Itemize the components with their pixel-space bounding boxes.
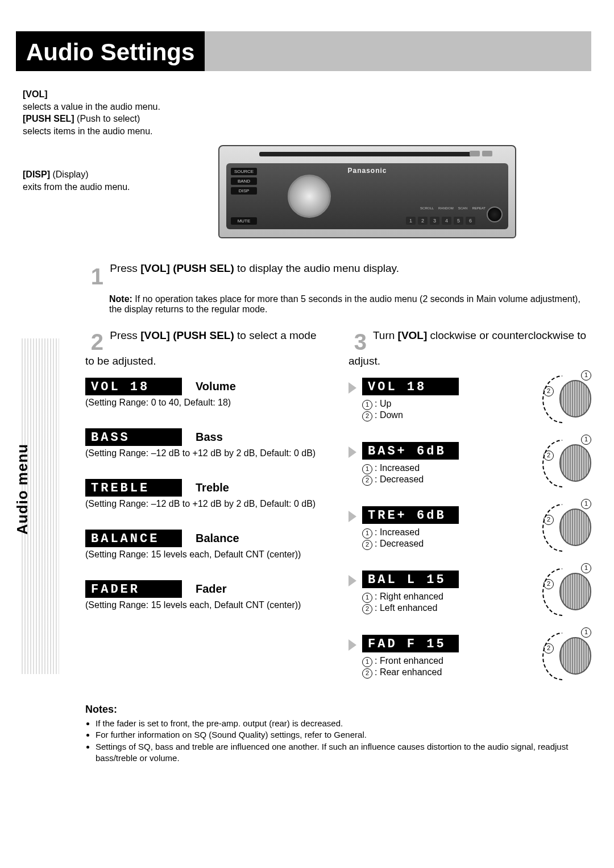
- load-button-icon: [470, 151, 480, 156]
- circle-1-icon: 1: [362, 528, 372, 539]
- title-bass: Bass: [196, 431, 223, 444]
- note-item: Settings of SQ, bass and treble are infl…: [96, 741, 591, 764]
- arrow-icon: [349, 575, 356, 586]
- preset-5: 5: [454, 217, 463, 225]
- arrow-icon: [349, 639, 356, 651]
- range-bass: (Setting Range: –12 dB to +12 dB by 2 dB…: [85, 448, 328, 458]
- knob-diagram-icon: 12: [546, 635, 591, 676]
- step-1-number: 1: [85, 261, 103, 292]
- lcd-balance: BALANCE: [85, 530, 182, 547]
- lcd-adj-bass: BAS+ 6dB: [362, 442, 459, 460]
- settings-modes-column: VOL 18 Volume (Setting Range: 0 to 40, D…: [85, 378, 328, 699]
- circle-1-icon: 1: [362, 657, 372, 667]
- title-bar: Audio Settings: [16, 31, 591, 71]
- adjust-treble: TRE+ 6dB 1: Increased 2: Decreased 12: [349, 506, 591, 550]
- band-button: BAND: [231, 177, 257, 185]
- vol-control-description: [VOL] selects a value in the audio menu.…: [23, 88, 171, 193]
- scroll-label: SCROLL: [420, 206, 434, 210]
- pushsel-desc: selects items in the audio menu.: [23, 125, 171, 138]
- volume-knob-icon: [288, 175, 331, 218]
- note-item: For further information on SQ (Sound Qua…: [96, 729, 591, 741]
- range-balance: (Setting Range: 15 levels each, Default …: [85, 549, 328, 560]
- title-treble: Treble: [196, 481, 229, 494]
- adjust-fader: FAD F 15 1: Front enhanced 2: Rear enhan…: [349, 635, 591, 679]
- preset-row: 1 2 3 4 5 6: [406, 217, 475, 225]
- step-3: 3 Turn [VOL] clockwise or counterclockwi…: [349, 329, 591, 367]
- title-balance: Balance: [196, 532, 239, 545]
- step-1-note: Note: If no operation takes place for mo…: [109, 294, 591, 315]
- step-1: 1 Press [VOL] (PUSH SEL) to display the …: [85, 261, 591, 292]
- lcd-adj-treble: TRE+ 6dB: [362, 506, 459, 524]
- lcd-bass: BASS: [85, 428, 182, 446]
- range-treble: (Setting Range: –12 dB to +12 dB by 2 dB…: [85, 499, 328, 509]
- notes-section: Notes: If the fader is set to front, the…: [85, 704, 591, 764]
- disp-button: DISP: [231, 187, 257, 195]
- circle-1-icon: 1: [362, 400, 372, 410]
- preset-6: 6: [466, 217, 475, 225]
- arrow-icon: [349, 382, 356, 394]
- lcd-fader: FADER: [85, 580, 182, 598]
- notes-heading: Notes:: [85, 704, 591, 716]
- title-fader: Fader: [196, 582, 226, 596]
- arrow-icon: [349, 447, 356, 458]
- step-2-number: 2: [85, 329, 103, 355]
- circle-1-icon: 1: [362, 464, 372, 474]
- source-button: SOURCE: [231, 168, 257, 175]
- circle-2-icon: 2: [362, 411, 372, 421]
- circle-2-icon: 2: [362, 668, 372, 679]
- preset-1: 1: [406, 217, 416, 225]
- lcd-adj-balance: BAL L 15: [362, 571, 459, 588]
- preset-3: 3: [430, 217, 439, 225]
- title-volume: Volume: [196, 380, 236, 393]
- adjust-volume: VOL 18 1: Up 2: Down 12: [349, 378, 591, 421]
- circle-1-icon: 1: [362, 593, 372, 603]
- step-3-number: 3: [349, 329, 367, 355]
- aux-jack-icon: [487, 206, 503, 222]
- lcd-volume: VOL 18: [85, 378, 182, 395]
- mute-button: MUTE: [231, 217, 257, 225]
- stereo-illustration: Panasonic SOURCE BAND DISP MUTE SCROLL R…: [218, 145, 516, 238]
- page-title: Audio Settings: [16, 31, 205, 71]
- disp-desc: exits from the audio menu.: [23, 182, 130, 192]
- adjust-balance: BAL L 15 1: Right enhanced 2: Left enhan…: [349, 571, 591, 614]
- pushsel-after: (Push to select): [74, 114, 140, 123]
- circle-2-icon: 2: [362, 476, 372, 486]
- range-fader: (Setting Range: 15 levels each, Default …: [85, 600, 328, 610]
- setting-bass: BASS Bass (Setting Range: –12 dB to +12 …: [85, 428, 328, 458]
- knob-diagram-icon: 12: [546, 571, 591, 611]
- disp-label: [DISP]: [23, 170, 50, 179]
- scan-label: SCAN: [458, 206, 468, 210]
- stereo-left-buttons: SOURCE BAND DISP: [231, 168, 257, 195]
- preset-2: 2: [418, 217, 428, 225]
- cd-slot-icon: [259, 152, 475, 156]
- note-item: If the fader is set to front, the pre-am…: [96, 718, 591, 729]
- lcd-treble: TREBLE: [85, 479, 182, 497]
- eject-button-icon: [482, 151, 492, 156]
- knob-diagram-icon: 12: [546, 442, 591, 483]
- setting-fader: FADER Fader (Setting Range: 15 levels ea…: [85, 580, 328, 610]
- pushsel-label: [PUSH SEL]: [23, 114, 74, 123]
- setting-balance: BALANCE Balance (Setting Range: 15 level…: [85, 530, 328, 560]
- random-label: RANDOM: [438, 206, 454, 210]
- adjust-bass: BAS+ 6dB 1: Increased 2: Decreased 12: [349, 442, 591, 486]
- range-volume: (Setting Range: 0 to 40, Default: 18): [85, 398, 328, 408]
- brand-label: Panasonic: [347, 167, 387, 175]
- vol-desc: selects a value in the audio menu.: [23, 101, 171, 113]
- preset-4: 4: [442, 217, 451, 225]
- setting-treble: TREBLE Treble (Setting Range: –12 dB to …: [85, 479, 328, 509]
- circle-2-icon: 2: [362, 540, 372, 550]
- disp-after: (Display): [50, 170, 89, 179]
- lcd-adj-fader: FAD F 15: [362, 635, 459, 652]
- repeat-label: REPEAT: [472, 206, 486, 210]
- circle-2-icon: 2: [362, 604, 372, 614]
- knob-diagram-icon: 12: [546, 378, 591, 419]
- arrow-icon: [349, 511, 356, 522]
- step-2: 2 Press [VOL] (PUSH SEL) to select a mod…: [85, 329, 328, 367]
- mode-labels: SCROLL RANDOM SCAN REPEAT: [420, 206, 486, 210]
- settings-adjust-column: VOL 18 1: Up 2: Down 12 BAS+ 6dB 1: Incr…: [349, 378, 591, 699]
- knob-diagram-icon: 12: [546, 506, 591, 547]
- vol-label: [VOL]: [23, 89, 48, 99]
- lcd-adj-volume: VOL 18: [362, 378, 459, 395]
- setting-volume: VOL 18 Volume (Setting Range: 0 to 40, D…: [85, 378, 328, 408]
- audio-menu-side-label: Audio menu: [14, 444, 31, 535]
